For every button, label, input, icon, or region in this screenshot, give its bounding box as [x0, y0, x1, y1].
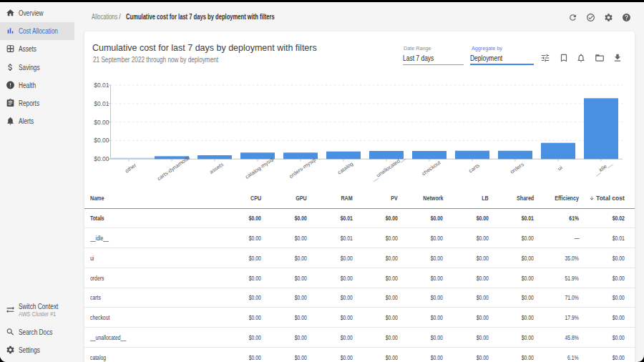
- svg-text:checkout: checkout: [421, 159, 443, 177]
- svg-text:$0.01: $0.01: [94, 100, 109, 107]
- svg-text:$0.00: $0.00: [94, 137, 109, 144]
- svg-text:$0.01: $0.01: [94, 82, 109, 89]
- svg-text:$0.00: $0.00: [94, 155, 109, 162]
- svg-text:carts: carts: [467, 162, 481, 174]
- svg-text:orders-mysql: orders-mysql: [288, 157, 317, 180]
- svg-text:catalog: catalog: [336, 160, 354, 175]
- svg-text:orders: orders: [509, 161, 525, 175]
- svg-text:$0.00: $0.00: [94, 119, 109, 126]
- svg-text:assets: assets: [208, 161, 225, 175]
- svg-text:other: other: [124, 162, 138, 174]
- svg-text:__idle__: __idle__: [592, 160, 614, 177]
- svg-text:ui: ui: [557, 164, 564, 172]
- svg-text:catalog-mysql: catalog-mysql: [244, 156, 275, 180]
